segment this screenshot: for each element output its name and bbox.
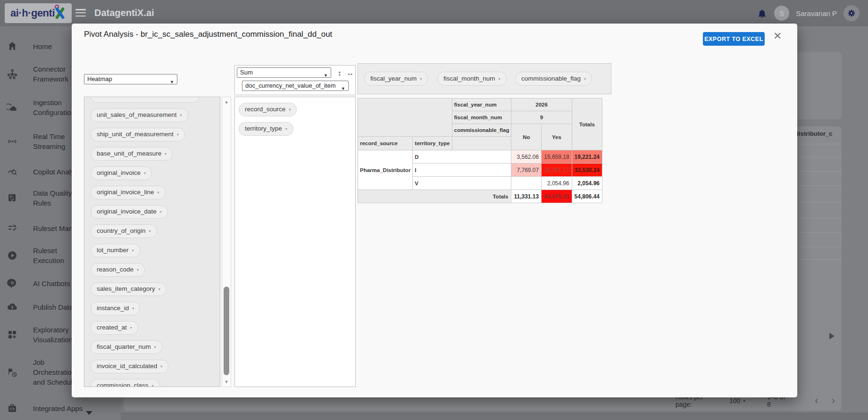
- app-header: ai·h·genti DatagentiX.ai S Saravanan P: [0, 0, 868, 26]
- table-scroll-right-icon[interactable]: [829, 333, 835, 339]
- row-fields-panel: record_source▾ territory_type▾: [234, 97, 356, 387]
- caret-down-icon: ▾: [289, 107, 291, 112]
- sidebar-item-ruleset-execution[interactable]: Ruleset Execution: [7, 246, 64, 265]
- pivot-value-cell: 25,761.17: [542, 164, 572, 177]
- field-chip-fiscal-month-num[interactable]: fiscal_month_num▾: [437, 72, 507, 86]
- pagination-prev-icon[interactable]: ‹: [808, 395, 825, 407]
- sidebar-item-real-time-streaming[interactable]: Real Time Streaming: [7, 132, 65, 151]
- field-chip-record-source[interactable]: record_source▾: [239, 103, 297, 116]
- pivot-value-cell: [511, 177, 542, 190]
- field-chip[interactable]: original_invoice_date▾: [91, 205, 168, 219]
- sidebar-item-connector-framework[interactable]: Connector Framework: [7, 64, 68, 84]
- caret-down-icon: ▾: [152, 384, 154, 387]
- pivot-row-dim-label: record_source: [358, 137, 413, 150]
- rows-per-page-value[interactable]: 100: [729, 397, 740, 404]
- field-chip[interactable]: reason_code▾: [91, 263, 145, 277]
- sidebar-item-ai-chatbots[interactable]: AI Chatbots: [7, 278, 70, 289]
- pivot-total-cell: 43,475.31: [542, 190, 572, 203]
- caret-down-icon: ▾: [160, 364, 162, 369]
- sidebar-item-job-orchestration[interactable]: Job Orchestration and Scheduling: [7, 357, 82, 387]
- move-vertical-icon[interactable]: ↕: [338, 69, 342, 77]
- field-chip-fiscal-year-num[interactable]: fiscal_year_num▾: [364, 72, 428, 86]
- pivot-value-cell: 15,659.18: [542, 150, 572, 164]
- sidebar-item-publish-data[interactable]: Publish Data: [7, 301, 73, 313]
- sidebar-item-integrated-apps[interactable]: Integrated Apps: [7, 403, 83, 414]
- field-chip-commissionable-flag[interactable]: commissionable_flag▾: [515, 72, 592, 86]
- caret-down-icon: ▾: [165, 152, 167, 156]
- brand-logo[interactable]: ai·h·genti: [5, 3, 72, 23]
- pivot-value-cell: 2,054.96: [542, 177, 572, 190]
- chevron-down-icon: ▼: [170, 77, 174, 84]
- caret-down-icon: ▾: [160, 210, 162, 214]
- aggregator-field-select[interactable]: doc_currency_net_value_of_item ▼: [242, 81, 349, 91]
- field-chip[interactable]: original_invoice_line▾: [91, 186, 166, 199]
- export-to-excel-button[interactable]: EXPORT TO EXCEL: [703, 32, 765, 46]
- sidebar-item-ingestion-configuration[interactable]: Ingestion Configuration: [7, 98, 75, 117]
- field-chip[interactable]: sales_item_category▾: [91, 282, 167, 296]
- pivot-col-value-no: No: [511, 124, 542, 150]
- pivot-total-cell: 2,054.96: [572, 177, 602, 190]
- pagination-next-icon[interactable]: ›: [825, 395, 842, 407]
- pivot-empty-header: [452, 137, 511, 150]
- field-chip-partial[interactable]: [91, 97, 200, 103]
- caret-down-icon: ▾: [180, 113, 182, 117]
- sidebar-item-data-quality-rules[interactable]: Data Quality Rules: [7, 188, 72, 208]
- flag-clock-icon: [7, 367, 18, 378]
- caret-down-icon: ▾: [499, 77, 501, 81]
- rules-check-icon: [7, 222, 18, 234]
- field-chip-territory-type[interactable]: territory_type▾: [239, 122, 293, 136]
- streaming-icon: [7, 136, 18, 147]
- move-horizontal-icon[interactable]: ↔: [347, 69, 354, 77]
- scroll-down-icon[interactable]: ▼: [222, 379, 231, 384]
- pivot-row-header: D: [413, 150, 511, 164]
- sidebar-item-home[interactable]: Home: [7, 41, 52, 52]
- field-chip[interactable]: ship_unit_of_measurement▾: [91, 128, 185, 141]
- close-icon[interactable]: ×: [774, 29, 781, 42]
- scroll-up-icon[interactable]: ▲: [222, 99, 231, 104]
- field-chip[interactable]: unit_sales_of_measurement▾: [91, 108, 188, 122]
- app-title: DatagentiX.ai: [94, 8, 154, 18]
- pivot-value-cell: 3,562.06: [511, 150, 542, 164]
- caret-down-icon: ▾: [132, 306, 134, 311]
- renderer-select[interactable]: Heatmap ▼: [84, 74, 177, 84]
- pivot-row-header: I: [413, 164, 511, 177]
- hub-icon: [7, 68, 18, 80]
- pivot-row-header: V: [413, 177, 511, 190]
- field-chip[interactable]: created_at▾: [91, 321, 138, 335]
- page-bottom-strip: [121, 412, 868, 420]
- field-chip[interactable]: instance_id▾: [91, 302, 140, 315]
- field-chip[interactable]: country_of_origin▾: [91, 224, 157, 238]
- field-chip[interactable]: original_invoice▾: [91, 166, 152, 180]
- chevron-down-icon: ▼: [324, 71, 328, 78]
- aggregator-select[interactable]: Sum ▼: [237, 67, 331, 78]
- pivot-totals-row-label: Totals: [358, 190, 511, 203]
- scrollbar-thumb[interactable]: [224, 287, 229, 375]
- dashboard-add-icon: [7, 329, 18, 340]
- field-chip[interactable]: invoice_id_calculated▾: [91, 360, 168, 373]
- pivot-col-dim-label: fiscal_year_num: [452, 99, 511, 111]
- field-chip[interactable]: base_unit_of_measure▾: [91, 147, 173, 161]
- user-avatar[interactable]: S: [774, 6, 789, 21]
- settings-gear-icon[interactable]: [843, 5, 860, 21]
- notifications-bell-icon[interactable]: [757, 8, 768, 19]
- pivot-row-dim-label: territory_type: [413, 137, 452, 150]
- logo-x-graphic: [54, 6, 66, 20]
- rows-per-page-caret-icon[interactable]: ▾: [743, 398, 745, 403]
- cloud-upload-icon: [7, 301, 18, 313]
- pivot-total-cell: 19,221.24: [572, 150, 602, 164]
- sidebar-scroll-down-icon[interactable]: [86, 411, 92, 415]
- field-chip[interactable]: fiscal_quarter_num▾: [91, 340, 162, 354]
- sidebar-item-exploratory-visualization[interactable]: Exploratory Visualization: [7, 325, 73, 345]
- unused-fields-panel: unit_sales_of_measurement▾ ship_unit_of_…: [84, 97, 220, 387]
- pivot-corner-cell: [358, 99, 452, 137]
- pivot-total-cell: 11,331.13: [511, 190, 542, 203]
- field-chip[interactable]: commission_class▾: [91, 379, 160, 387]
- pivot-analysis-modal: Pivot Analysis - br_ic_sc_sales_adjustme…: [72, 24, 797, 397]
- fields-scrollbar[interactable]: ▲ ▼: [222, 97, 231, 387]
- menu-icon[interactable]: [75, 9, 86, 17]
- caret-down-icon: ▾: [158, 190, 159, 195]
- caret-down-icon: ▾: [177, 132, 179, 137]
- field-chip[interactable]: lot_number▾: [91, 244, 140, 257]
- pivot-table: fiscal_year_num 2026 Totals fiscal_month…: [358, 98, 602, 203]
- modal-title: Pivot Analysis - br_ic_sc_sales_adjustme…: [84, 30, 332, 39]
